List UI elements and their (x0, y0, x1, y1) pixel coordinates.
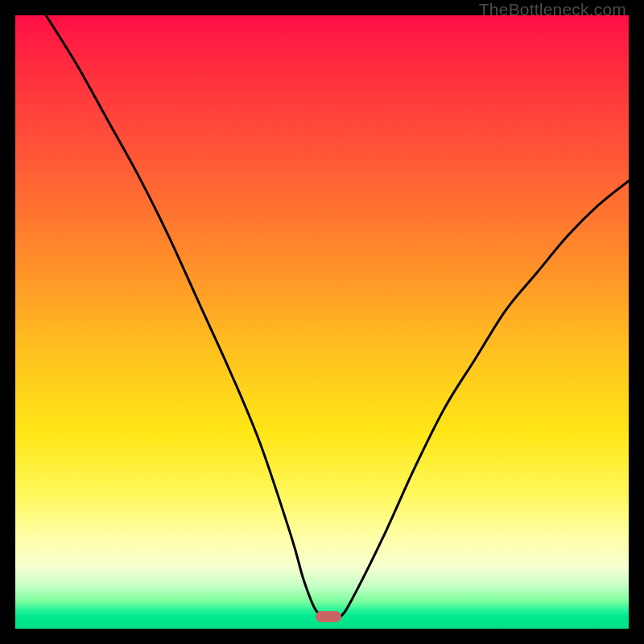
chart-frame: TheBottleneck.com (0, 0, 644, 644)
bottleneck-curve (15, 15, 629, 629)
plot-area (15, 15, 629, 629)
optimal-marker (316, 611, 341, 622)
